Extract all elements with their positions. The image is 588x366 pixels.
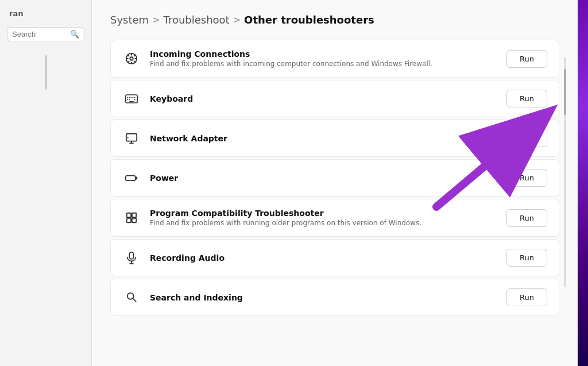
incoming-connections-title: Incoming Connections <box>150 49 497 59</box>
svg-rect-20 <box>127 218 131 222</box>
power-run-button[interactable]: Run <box>506 169 547 187</box>
power-info: Power <box>150 174 497 183</box>
sidebar: ran 🔍 <box>0 0 92 366</box>
sidebar-title: ran <box>0 9 91 22</box>
list-item: Keyboard Run <box>110 80 559 117</box>
network-adapter-run-button[interactable]: Run <box>506 129 547 147</box>
search-box[interactable]: 🔍 <box>7 27 84 41</box>
program-compat-title: Program Compatibility Troubleshooter <box>150 209 497 218</box>
network-adapter-info: Network Adapter <box>150 134 497 143</box>
breadcrumb-current: Other troubleshooters <box>244 14 374 26</box>
keyboard-run-button[interactable]: Run <box>506 90 547 107</box>
troubleshooter-list: Incoming Connections Find and fix proble… <box>110 40 559 316</box>
search-input[interactable] <box>12 30 69 38</box>
list-item: Search and Indexing Run <box>110 279 559 316</box>
breadcrumb-troubleshoot[interactable]: Troubleshoot <box>164 14 230 26</box>
scrollbar-thumb[interactable] <box>564 69 566 115</box>
incoming-connections-icon <box>122 52 141 65</box>
svg-point-25 <box>127 292 134 299</box>
recording-audio-run-button[interactable]: Run <box>506 249 547 267</box>
breadcrumb-system[interactable]: System <box>110 14 149 26</box>
incoming-connections-run-button[interactable]: Run <box>506 50 547 68</box>
list-item: Recording Audio Run <box>110 239 559 276</box>
breadcrumb-sep-2: > <box>233 14 241 25</box>
incoming-connections-desc: Find and fix problems with incoming comp… <box>150 60 497 68</box>
svg-rect-18 <box>127 213 131 217</box>
breadcrumb: System > Troubleshoot > Other troublesho… <box>110 14 559 26</box>
svg-rect-16 <box>126 175 136 180</box>
program-compat-run-button[interactable]: Run <box>506 209 547 227</box>
search-indexing-icon <box>122 291 141 304</box>
svg-rect-17 <box>136 176 137 179</box>
scrollbar-track[interactable] <box>564 57 566 287</box>
network-adapter-icon <box>122 132 141 145</box>
svg-rect-19 <box>132 213 136 217</box>
right-edge <box>578 0 588 366</box>
breadcrumb-sep-1: > <box>152 14 160 25</box>
main-content: System > Troubleshoot > Other troublesho… <box>92 0 578 366</box>
power-title: Power <box>150 174 497 183</box>
list-item: Program Compatibility Troubleshooter Fin… <box>110 199 559 237</box>
power-icon <box>122 174 141 182</box>
search-icon: 🔍 <box>70 30 79 38</box>
list-item: Network Adapter Run <box>110 120 559 157</box>
sidebar-scrollbar[interactable] <box>45 55 47 90</box>
keyboard-title: Keyboard <box>150 94 497 103</box>
network-adapter-title: Network Adapter <box>150 134 497 143</box>
list-item: Power Run <box>110 159 559 197</box>
list-item: Incoming Connections Find and fix proble… <box>110 40 559 78</box>
program-compat-desc: Find and fix problems with running older… <box>150 219 497 227</box>
svg-rect-22 <box>129 252 133 259</box>
keyboard-info: Keyboard <box>150 94 497 103</box>
incoming-connections-info: Incoming Connections Find and fix proble… <box>150 49 497 68</box>
keyboard-icon <box>122 94 141 104</box>
program-compat-icon <box>122 211 141 224</box>
search-indexing-run-button[interactable]: Run <box>506 288 547 306</box>
recording-audio-title: Recording Audio <box>150 253 497 263</box>
search-indexing-title: Search and Indexing <box>150 293 497 302</box>
search-indexing-info: Search and Indexing <box>150 293 497 302</box>
recording-audio-info: Recording Audio <box>150 253 497 263</box>
svg-point-1 <box>130 57 133 60</box>
svg-rect-21 <box>132 218 136 222</box>
svg-line-26 <box>133 298 136 302</box>
program-compat-info: Program Compatibility Troubleshooter Fin… <box>150 209 497 227</box>
recording-audio-icon <box>122 252 141 264</box>
